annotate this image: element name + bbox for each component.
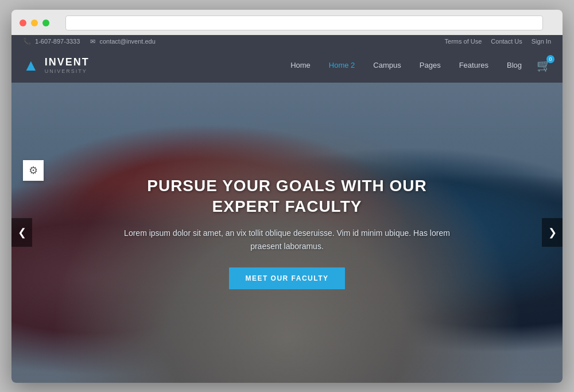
nav-links: Home Home 2 Campus Pages Features Blog 🛒… <box>282 56 551 74</box>
logo-subtitle: UNIVERSITY <box>45 68 90 74</box>
nav-home2[interactable]: Home 2 <box>321 56 363 74</box>
gear-icon: ⚙ <box>29 164 38 177</box>
hero-content: PURSUE YOUR GOALS WITH OUR EXPERT FACULT… <box>109 164 465 301</box>
utility-bar: 📞 1-607-897-3333 ✉ contact@invent.edu Te… <box>11 35 563 48</box>
chevron-left-icon: ❮ <box>18 226 26 239</box>
hero-title: PURSUE YOUR GOALS WITH OUR EXPERT FACULT… <box>121 176 453 218</box>
email-icon: ✉ <box>90 38 95 45</box>
chevron-right-icon: ❯ <box>548 226 557 239</box>
settings-gear-button[interactable]: ⚙ <box>23 160 44 181</box>
contact-link[interactable]: Contact Us <box>491 38 522 45</box>
email-address: contact@invent.edu <box>99 38 155 45</box>
next-slide-button[interactable]: ❯ <box>542 218 563 247</box>
hero-section: ⚙ ❮ PURSUE YOUR GOALS WITH OUR EXPERT FA… <box>11 83 563 383</box>
nav-home[interactable]: Home <box>282 56 319 74</box>
phone-icon: 📞 <box>23 38 31 45</box>
phone-number: 1-607-897-3333 <box>35 38 80 45</box>
nav-blog[interactable]: Blog <box>499 56 530 74</box>
browser-window: 📞 1-607-897-3333 ✉ contact@invent.edu Te… <box>11 10 563 383</box>
signin-link[interactable]: Sign In <box>532 38 551 45</box>
utility-bar-right: Terms of Use Contact Us Sign In <box>445 38 551 45</box>
prev-slide-button[interactable]: ❮ <box>11 218 32 247</box>
email-info: ✉ contact@invent.edu <box>90 38 155 45</box>
phone-info: 📞 1-607-897-3333 <box>23 38 80 45</box>
hero-description: Lorem ipsum dolor sit amet, an vix tolli… <box>121 227 453 254</box>
nav-features[interactable]: Features <box>451 56 497 74</box>
logo[interactable]: ▲ INVENT UNIVERSITY <box>23 57 90 74</box>
maximize-button[interactable] <box>42 20 49 26</box>
browser-title-bar <box>20 15 554 30</box>
main-nav: ▲ INVENT UNIVERSITY Home Home 2 Campus P… <box>11 48 563 83</box>
cart-button[interactable]: 🛒 0 <box>537 59 551 72</box>
terms-link[interactable]: Terms of Use <box>445 38 482 45</box>
browser-chrome <box>11 10 563 35</box>
logo-text: INVENT UNIVERSITY <box>45 57 90 74</box>
logo-name: INVENT <box>45 57 90 67</box>
address-bar[interactable] <box>65 15 543 30</box>
close-button[interactable] <box>20 20 26 26</box>
nav-campus[interactable]: Campus <box>365 56 409 74</box>
minimize-button[interactable] <box>31 20 38 26</box>
logo-icon: ▲ <box>23 57 39 73</box>
website: 📞 1-607-897-3333 ✉ contact@invent.edu Te… <box>11 35 563 383</box>
cart-badge: 0 <box>546 55 554 63</box>
cta-button[interactable]: MEET OUR FACULTY <box>229 267 344 289</box>
nav-pages[interactable]: Pages <box>412 56 449 74</box>
utility-bar-left: 📞 1-607-897-3333 ✉ contact@invent.edu <box>23 38 156 45</box>
